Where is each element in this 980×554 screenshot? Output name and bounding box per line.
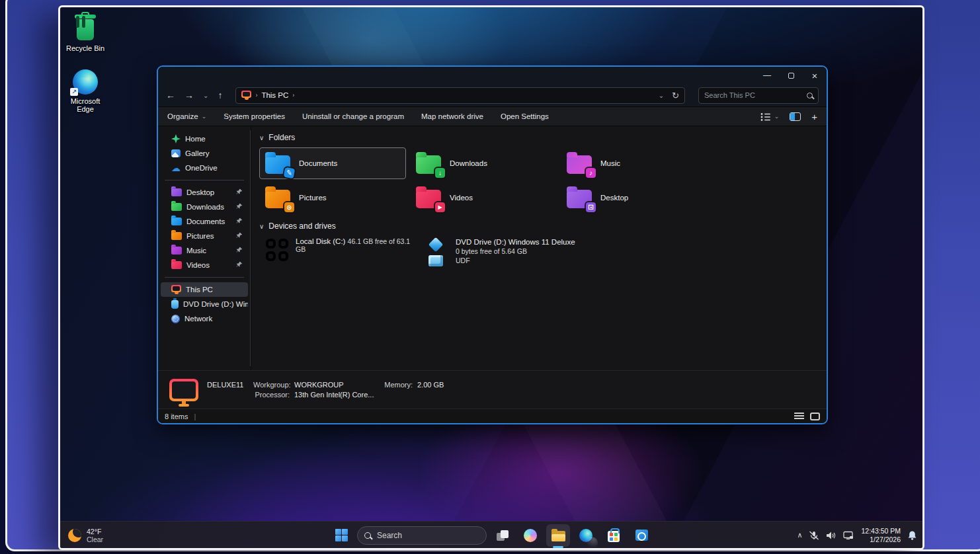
forward-button[interactable]: → (184, 90, 194, 100)
network-icon[interactable] (843, 531, 854, 540)
chevron-down-icon: ⌄ (774, 113, 780, 120)
breadcrumb-separator: › (255, 92, 257, 99)
clock-date: 1/27/2026 (861, 535, 901, 544)
collapse-chevron-icon[interactable]: ∨ (259, 223, 264, 230)
volume-icon[interactable] (826, 531, 837, 540)
breadcrumb-separator: › (292, 92, 294, 99)
edge-button[interactable] (574, 524, 598, 547)
address-dropdown-chevron[interactable]: ⌄ (659, 92, 664, 99)
folder-tile-desktop[interactable]: ⊡ Desktop (561, 182, 708, 214)
search-placeholder: Search This PC (704, 91, 755, 99)
store-button[interactable] (602, 524, 626, 547)
devices-grid: Local Disk (C:) 46.1 GB free of 63.1 GB (259, 237, 827, 266)
breadcrumb[interactable]: This PC (261, 91, 288, 99)
sidebar-item-onedrive[interactable]: ☁ OneDrive (161, 161, 248, 175)
close-button[interactable]: × (803, 67, 827, 83)
up-button[interactable]: ↑ (218, 90, 222, 100)
sidebar-item-network[interactable]: Network (161, 311, 248, 326)
maximize-button[interactable] (779, 67, 803, 83)
drive-name: Local Disk (C:) (296, 237, 345, 245)
folder-tile-music[interactable]: ♪ Music (561, 147, 708, 179)
preview-pane-toggle[interactable] (790, 112, 801, 121)
weather-widget[interactable]: 42°F Clear (68, 522, 103, 549)
folder-tile-videos[interactable]: ▶ Videos (410, 182, 557, 214)
local-disk-item[interactable]: Local Disk (C:) 46.1 GB free of 63.1 GB (266, 237, 417, 266)
navigation-pane: Home Gallery ☁ OneDrive Desktop (158, 126, 251, 370)
search-label: Search (377, 531, 402, 540)
devices-section-header[interactable]: ∨ Devices and drives (259, 220, 827, 232)
map-network-drive-button[interactable]: Map network drive (421, 112, 483, 120)
sidebar-item-music[interactable]: Music (161, 243, 248, 258)
microphone-muted-icon[interactable] (809, 531, 819, 540)
organize-menu[interactable]: Organize ⌄ (167, 112, 206, 120)
pin-icon (236, 232, 243, 240)
search-icon (364, 532, 371, 539)
recent-locations-chevron[interactable]: ⌄ (203, 92, 208, 99)
file-explorer-button[interactable] (546, 524, 570, 547)
desktop-folder-icon: ⊡ (567, 190, 592, 208)
folder-tile-downloads[interactable]: ↓ Downloads (410, 147, 557, 179)
uninstall-program-button[interactable]: Uninstall or change a program (302, 112, 404, 120)
folder-tile-pictures[interactable]: ⊙ Pictures (259, 182, 406, 214)
sidebar-item-videos[interactable]: Videos (161, 258, 248, 272)
workgroup-label: Workgroup: (253, 381, 294, 389)
outlook-button[interactable] (630, 524, 653, 547)
sidebar-item-documents[interactable]: Documents (161, 214, 248, 229)
copilot-button[interactable] (518, 524, 542, 547)
computer-name: DELUXE11 (207, 381, 253, 389)
sidebar-item-this-pc[interactable]: This PC (161, 282, 248, 297)
refresh-icon[interactable]: ↻ (672, 91, 679, 100)
task-view-button[interactable] (491, 524, 514, 547)
search-icon[interactable] (807, 93, 813, 99)
system-properties-button[interactable]: System properties (224, 112, 285, 120)
active-app-indicator (553, 546, 563, 548)
folders-section-header[interactable]: ∨ Folders (259, 132, 827, 143)
camera-emblem-icon: ⊙ (284, 202, 294, 212)
taskbar-search[interactable]: Search (357, 526, 487, 545)
drive-filesystem: UDF (456, 256, 575, 265)
notification-bell-icon[interactable] (907, 530, 917, 541)
address-bar[interactable]: › This PC › ⌄ ↻ (235, 87, 685, 104)
large-icons-view-button[interactable] (810, 413, 820, 420)
open-settings-button[interactable]: Open Settings (501, 112, 549, 120)
sidebar-item-pictures[interactable]: Pictures (161, 229, 248, 243)
collapse-chevron-icon[interactable]: ∨ (259, 134, 264, 141)
back-button[interactable]: ← (166, 90, 175, 100)
sidebar-item-desktop[interactable]: Desktop (161, 185, 248, 200)
details-view-button[interactable] (794, 413, 804, 420)
documents-folder-icon: ✎ (265, 155, 290, 174)
section-title: Folders (268, 133, 295, 142)
computer-monitor-icon (169, 379, 198, 401)
file-explorer-icon (551, 531, 565, 541)
dvd-drive-item[interactable]: DVD Drive (D:) Windows 11 Deluxe 0 bytes… (423, 237, 575, 266)
music-folder-icon: ♪ (567, 155, 592, 174)
folder-tile-documents[interactable]: ✎ Documents (259, 147, 406, 179)
search-input[interactable]: Search This PC (698, 87, 819, 104)
start-button[interactable] (329, 524, 353, 547)
desktop-icon-recycle-bin[interactable]: Recycle Bin (61, 11, 109, 52)
desktop: Recycle Bin ↗ Microsoft Edge — × ← → ⌄ ↑… (58, 5, 924, 550)
hidden-icons-chevron[interactable]: ∧ (797, 531, 802, 539)
taskbar-clock[interactable]: 12:43:50 PM 1/27/2026 (861, 527, 901, 544)
maximize-icon (788, 73, 794, 79)
sidebar-item-downloads[interactable]: Downloads (161, 200, 248, 214)
status-bar: 8 items | (158, 409, 827, 423)
moon-icon (68, 529, 81, 542)
gallery-icon (171, 149, 181, 157)
desktop-icon-microsoft-edge[interactable]: ↗ Microsoft Edge (61, 69, 109, 113)
sidebar-item-gallery[interactable]: Gallery (161, 146, 248, 161)
item-count: 8 items (165, 413, 188, 420)
section-title: Devices and drives (268, 221, 335, 231)
new-tab-button[interactable]: + (811, 111, 817, 122)
view-options-button[interactable]: ⌄ (760, 112, 780, 121)
sidebar-separator (165, 277, 244, 278)
shortcut-arrow-icon: ↗ (70, 88, 78, 96)
sidebar-item-home[interactable]: Home (161, 132, 248, 146)
folders-grid: ✎ Documents ↓ Downloads ♪ M (259, 147, 827, 216)
workgroup-value: WORKGROUP (294, 381, 382, 389)
edge-icon: ↗ (73, 69, 98, 95)
minimize-button[interactable]: — (755, 67, 779, 83)
pictures-folder-icon (171, 232, 182, 240)
sidebar-item-dvd-drive[interactable]: DVD Drive (D:) Windo (161, 297, 248, 311)
music-note-emblem-icon: ♪ (586, 168, 596, 178)
